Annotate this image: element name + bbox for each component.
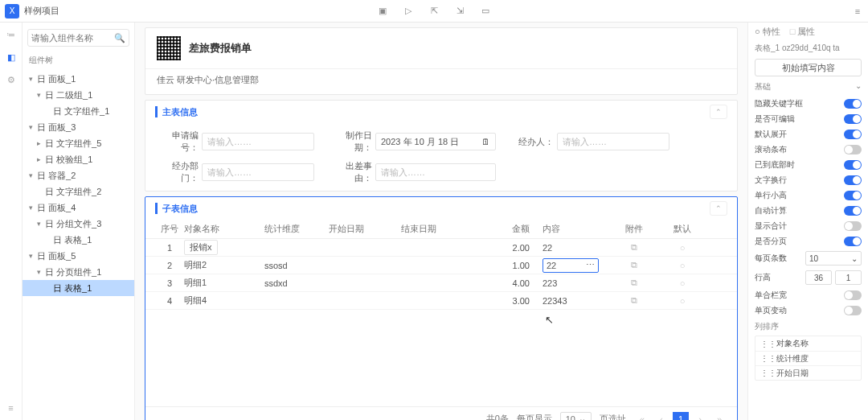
- toggle-hide-key[interactable]: [844, 99, 862, 109]
- toggle-bottom[interactable]: [844, 160, 862, 170]
- tree-node[interactable]: ▸日 文字组件_5: [23, 135, 134, 151]
- rail-cube-icon[interactable]: ◧: [6, 51, 17, 63]
- page-current[interactable]: 1: [673, 412, 689, 421]
- search-icon: 🔍: [114, 33, 125, 43]
- sub-info-title: 子表信息: [162, 203, 198, 215]
- page-size-select[interactable]: 10⌄: [805, 251, 862, 266]
- toggle-paging[interactable]: [844, 237, 862, 246]
- date-input[interactable]: 2023 年 10 月 18 日🗓: [375, 133, 496, 150]
- radio-icon: ○: [680, 296, 686, 306]
- search-input[interactable]: [31, 33, 114, 43]
- collapse-icon[interactable]: ⌃: [710, 201, 727, 216]
- tree-node[interactable]: 日 文字组件_1: [23, 103, 134, 119]
- per-page-select[interactable]: 10⌄: [560, 412, 592, 420]
- rail-collapse-icon[interactable]: ≡: [6, 402, 17, 414]
- form-subtitle: 佳云 研发中心·信息管理部: [145, 68, 737, 94]
- attach-icon: ⧉: [631, 295, 637, 305]
- attach-icon: ⧉: [631, 278, 637, 287]
- calendar-icon: 🗓: [481, 137, 490, 146]
- tree-node[interactable]: ▾日 分页组件_1: [23, 264, 134, 280]
- menu-icon[interactable]: ≡: [852, 6, 863, 17]
- project-title: 样例项目: [24, 5, 59, 17]
- toggle-wrap[interactable]: [844, 175, 862, 185]
- dept-input[interactable]: 请输入……: [202, 163, 314, 181]
- component-search[interactable]: 🔍: [27, 29, 129, 47]
- tree-node[interactable]: 日 文字组件_2: [23, 183, 134, 200]
- rail-list-icon[interactable]: ≔: [6, 29, 17, 40]
- form-title: 差旅费报销单: [189, 41, 252, 56]
- component-id: 表格_1 oz29dd_410q ta: [755, 43, 862, 54]
- component-tree: ▾日 面板_1 ▾日 二级组_1 日 文字组件_1 ▾日 面板_3 ▸日 文字组…: [23, 71, 134, 296]
- radio-icon: ○: [680, 278, 686, 288]
- tree-node-panel4[interactable]: ▾日 面板_4: [23, 200, 134, 216]
- qr-code-icon: [157, 36, 181, 60]
- toggle-minh[interactable]: [844, 191, 862, 200]
- main-info-title: 主表信息: [162, 106, 198, 118]
- tree-node-panel5[interactable]: ▾日 面板_5: [23, 248, 134, 264]
- toggle-expand[interactable]: [844, 130, 862, 139]
- table-header: 序号 对象名称 统计维度 开始日期 结束日期 金额 内容 附件 默认: [145, 220, 737, 239]
- column-order-list: ⋮⋮ 对象名称 ⋮⋮ 统计维度 ⋮⋮ 开始日期: [755, 336, 862, 381]
- toggle-auto[interactable]: [844, 206, 862, 216]
- tree-node[interactable]: ▾日 二级组_1: [23, 87, 134, 103]
- page-last[interactable]: »: [711, 412, 727, 421]
- device-icon[interactable]: ▭: [480, 6, 491, 17]
- radio-icon: ○: [680, 261, 686, 270]
- toggle-total[interactable]: [844, 221, 862, 231]
- pager: 共0条 每页显示 10⌄ 页选址 « ‹ 1 › »: [145, 406, 737, 420]
- import-icon[interactable]: ⇲: [454, 6, 465, 17]
- tree-node-panel1[interactable]: ▾日 面板_1: [23, 71, 134, 87]
- init-content-button[interactable]: 初始填写内容: [755, 59, 862, 76]
- tree-node-container2[interactable]: ▾日 容器_2: [23, 167, 134, 183]
- attach-icon: ⧉: [631, 242, 637, 252]
- toggle-colw[interactable]: [844, 290, 862, 300]
- tree-node[interactable]: 日 表格_1: [23, 232, 134, 248]
- content-edit-input[interactable]: 22⋯: [542, 258, 599, 273]
- app-logo: X: [5, 4, 19, 19]
- tree-node[interactable]: ▾日 分组文件_3: [23, 216, 134, 232]
- toggle-scroll[interactable]: [844, 145, 862, 154]
- tree-node-panel3[interactable]: ▾日 面板_3: [23, 119, 134, 135]
- play-icon[interactable]: ▷: [403, 6, 414, 17]
- page-next[interactable]: ›: [692, 412, 708, 421]
- table-row[interactable]: 2明细2ssosd1.0022⋯⧉○: [145, 257, 737, 274]
- toggle-dyn[interactable]: [844, 306, 862, 315]
- table-row[interactable]: 3明细1ssdxd4.00223⧉○: [145, 274, 737, 292]
- save-icon[interactable]: ▣: [377, 6, 388, 17]
- attach-icon: ⧉: [631, 260, 637, 270]
- tab-props[interactable]: 属性: [790, 26, 816, 38]
- tree-section-label: 组件树: [23, 50, 134, 71]
- page-prev[interactable]: ‹: [653, 412, 669, 421]
- export-icon[interactable]: ⇱: [428, 6, 440, 17]
- table-row[interactable]: 1报销x2.0022⧉○: [145, 239, 737, 257]
- list-item[interactable]: ⋮⋮ 对象名称: [755, 336, 861, 351]
- tree-node[interactable]: ▸日 校验组_1: [23, 151, 134, 167]
- list-item[interactable]: ⋮⋮ 开始日期: [755, 365, 861, 380]
- collapse-icon[interactable]: ⌃: [710, 105, 727, 119]
- code-input[interactable]: 请输入……: [202, 133, 314, 150]
- row-height-step[interactable]: 1: [835, 270, 862, 285]
- rail-gear-icon[interactable]: ⚙: [6, 74, 17, 85]
- table-row[interactable]: 4明细43.0022343⧉○: [145, 292, 737, 310]
- reason-input[interactable]: 请输入……: [375, 163, 496, 181]
- person-input[interactable]: 请输入……: [557, 133, 669, 150]
- list-item[interactable]: ⋮⋮ 统计维度: [755, 351, 861, 365]
- radio-icon: ○: [680, 243, 686, 253]
- row-height-input[interactable]: 36: [805, 270, 832, 285]
- toggle-editable[interactable]: [844, 114, 862, 124]
- page-first[interactable]: «: [634, 412, 650, 421]
- tab-features[interactable]: 特性: [755, 26, 780, 38]
- tree-node-selected[interactable]: 日 表格_1: [23, 280, 134, 296]
